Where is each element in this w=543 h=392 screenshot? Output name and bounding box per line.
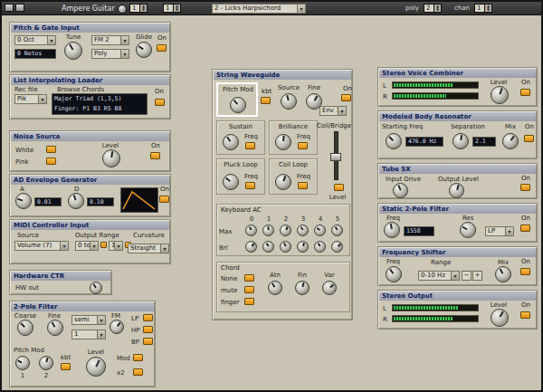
static-mode-select[interactable]: LP — [485, 226, 514, 236]
filter-fm-knob[interactable] — [110, 320, 124, 334]
decay-knob[interactable] — [68, 193, 84, 209]
pitchmod-knob-1[interactable] — [15, 356, 30, 370]
poly-mode-select[interactable]: Poly — [91, 49, 129, 59]
window-tool-icon[interactable] — [15, 4, 24, 12]
filter-x2-button[interactable] — [133, 368, 143, 376]
lp-button[interactable] — [143, 314, 153, 321]
resonator-mix-knob[interactable] — [502, 133, 519, 149]
range-from-select[interactable]: 0 to — [75, 241, 99, 251]
chord-none-button[interactable] — [244, 274, 254, 282]
loader-file-select[interactable]: Pik — [14, 94, 47, 104]
sustain-freq-button[interactable] — [245, 142, 255, 149]
loader-on-led[interactable] — [155, 99, 165, 106]
kbd-max-knob-5[interactable] — [331, 225, 343, 236]
chord-var-knob[interactable] — [322, 281, 337, 295]
resonator-on-led[interactable] — [524, 135, 534, 142]
chord-atn-knob[interactable] — [268, 281, 282, 295]
noise-level-knob[interactable] — [102, 149, 120, 167]
range-from-led[interactable] — [100, 242, 107, 248]
hp-button[interactable] — [143, 326, 153, 333]
kbd-brl-knob-3[interactable] — [297, 241, 309, 253]
kbd-max-knob-2[interactable] — [280, 225, 291, 236]
shifter-freq-knob[interactable] — [386, 266, 402, 282]
kbd-brl-knob-5[interactable] — [331, 241, 343, 253]
tune-knob[interactable] — [64, 42, 82, 60]
kbd-brl-knob-2[interactable] — [280, 241, 291, 253]
chord-fin-knob[interactable] — [295, 281, 310, 295]
semi-select[interactable]: semi — [71, 315, 106, 325]
kbd-brl-knob-4[interactable] — [314, 241, 326, 253]
static-freq-knob[interactable] — [384, 222, 400, 238]
wg-pitchmod-knob[interactable] — [230, 97, 246, 113]
coil-freq-button[interactable] — [298, 182, 308, 189]
kbd-max-knob-0[interactable] — [245, 225, 257, 236]
tube-on-led[interactable] — [520, 184, 530, 191]
wg-on-led[interactable] — [341, 94, 351, 101]
coarse-knob[interactable] — [17, 320, 33, 336]
hw-knob[interactable] — [90, 282, 102, 294]
shifter-on-led[interactable] — [520, 268, 530, 275]
static-on-led[interactable] — [520, 225, 530, 232]
stepper-a-arrows[interactable]: ▲▼ — [140, 4, 148, 13]
combiner-level-knob[interactable] — [491, 86, 509, 104]
wg-env-select[interactable]: Env 1 — [319, 106, 347, 116]
pluck-loop-knob[interactable] — [223, 174, 239, 190]
separation-knob[interactable] — [452, 133, 469, 149]
window-menu-icon[interactable] — [5, 4, 14, 12]
wg-source-knob[interactable] — [281, 93, 297, 110]
toolbar-stepper-a[interactable]: 1 ▲▼ — [129, 4, 148, 13]
shifter-minus-button[interactable]: − — [462, 271, 472, 281]
stepper-b-arrows[interactable]: ▲▼ — [174, 4, 181, 13]
brilliance-knob[interactable] — [275, 134, 291, 150]
wg-kbt-button[interactable] — [261, 97, 271, 104]
midi-source-select[interactable]: Volume (7) — [14, 241, 69, 251]
static-res-knob[interactable] — [460, 222, 476, 238]
kbd-max-knob-3[interactable] — [297, 225, 309, 236]
noise-on-led[interactable] — [150, 152, 160, 159]
output-level-knob[interactable] — [491, 309, 509, 327]
kbd-max-knob-4[interactable] — [314, 225, 326, 236]
pitch-gate-on-led[interactable] — [157, 44, 167, 52]
pluck-freq-button[interactable] — [245, 182, 255, 189]
filter-mod-button[interactable] — [133, 354, 143, 361]
fm-source-select[interactable]: 1 — [71, 330, 106, 339]
glide-knob[interactable] — [136, 42, 152, 58]
coil-bridge-slider[interactable] — [330, 131, 341, 180]
bp-button[interactable] — [143, 338, 153, 345]
range-to-select[interactable]: 1 — [109, 241, 123, 251]
chan-arrows[interactable]: ▲▼ — [485, 4, 492, 13]
kbd-max-knob-1[interactable] — [262, 225, 274, 236]
shifter-plus-button[interactable]: + — [472, 271, 482, 281]
wg-level-led[interactable] — [334, 184, 344, 191]
chord-mute-button[interactable] — [244, 286, 254, 293]
kbd-brl-knob-0[interactable] — [245, 241, 257, 253]
coil-bridge-handle[interactable] — [330, 153, 341, 161]
chord-finger-button[interactable] — [244, 298, 254, 305]
fine-knob[interactable] — [47, 320, 63, 336]
toolbar-stepper-b[interactable]: 1 ▲▼ — [163, 4, 181, 13]
octave-select[interactable]: 0 Oct — [14, 35, 56, 45]
poly-stepper[interactable]: 2 ▲▼ — [424, 4, 442, 13]
ad-env-on-led[interactable] — [159, 196, 169, 203]
coil-loop-knob[interactable] — [275, 174, 291, 190]
filter-level-knob[interactable] — [86, 357, 106, 377]
white-button[interactable] — [46, 146, 56, 153]
pitchmod-knob-2[interactable] — [39, 356, 53, 370]
filter-kbt-button[interactable] — [61, 363, 71, 370]
attack-knob[interactable] — [15, 193, 32, 209]
brilliance-freq-button[interactable] — [298, 142, 308, 149]
pink-button[interactable] — [46, 158, 56, 165]
sustain-knob[interactable] — [223, 134, 239, 150]
shifter-mix-knob[interactable] — [495, 266, 511, 282]
fm-mode-select[interactable]: FM 2 — [91, 35, 129, 45]
kbd-brl-knob-1[interactable] — [262, 241, 274, 253]
chan-stepper[interactable]: 1 ▲▼ — [474, 4, 492, 13]
preset-select[interactable]: 2 - Licks Harpsichord — [212, 4, 306, 14]
output-level-knob[interactable] — [449, 183, 464, 198]
curvature-select[interactable]: Straight — [128, 244, 169, 253]
poly-arrows[interactable]: ▲▼ — [434, 4, 442, 13]
knob-tool-icon[interactable] — [118, 5, 127, 14]
shifter-range-select[interactable]: 0-10 Hz — [418, 271, 460, 281]
input-drive-knob[interactable] — [393, 183, 408, 198]
starting-freq-knob[interactable] — [386, 133, 402, 149]
